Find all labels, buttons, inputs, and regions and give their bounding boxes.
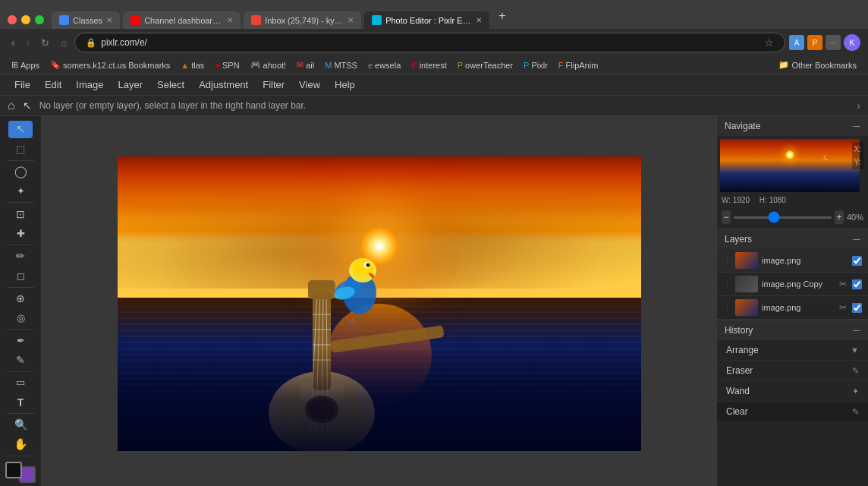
navigate-content: ⛵ X: Y: W: 1920 H: 1080 − + [717,136,868,229]
ext-icon-3[interactable]: ⋯ [826,35,841,50]
layer-name-3: image.png [762,303,834,312]
layer-scissors-2[interactable]: ✂ [838,279,848,289]
zoom-plus-button[interactable]: + [835,210,844,224]
home-button[interactable]: ⌂ [57,35,71,51]
history-icon-arrange: ▼ [851,346,859,355]
menu-edit[interactable]: Edit [38,77,68,93]
tool-eyedropper[interactable]: ✎ [8,352,33,369]
bookmark-ail[interactable]: ✉ ail [291,58,319,71]
tool-heal[interactable]: ✚ [8,225,33,242]
menu-help[interactable]: Help [328,77,362,93]
parrot-svg [322,244,398,327]
menu-view[interactable]: View [292,77,327,93]
bookmark-mtss[interactable]: M MTSS [319,59,363,71]
layer-scissors-3[interactable]: ✂ [838,302,848,313]
zoom-minus-button[interactable]: − [722,210,731,224]
layer-item-2[interactable]: ⋮ image.png Copy ✂ [717,273,868,296]
layer-visible-3[interactable] [852,303,862,313]
layer-thumb-2 [735,276,758,292]
canvas-composite[interactable] [118,156,641,451]
menu-layer[interactable]: Layer [112,77,150,93]
bookmark-other[interactable]: 📁 Other Bookmarks [773,58,862,71]
history-item-wand[interactable]: Wand ✦ [717,381,868,402]
nav-thumbnail[interactable]: ⛵ [720,139,860,192]
navigate-collapse-icon[interactable]: ─ [853,120,860,132]
layer-visible-2[interactable] [852,279,862,289]
menu-select[interactable]: Select [150,77,191,93]
bookmark-apps[interactable]: ⊞ Apps [6,58,45,71]
bookmark-somers[interactable]: 🔖 somers.k12.ct.us Bookmarks [45,58,175,71]
tab-close-pixlr[interactable]: ✕ [476,16,482,24]
refresh-button[interactable]: ↻ [37,35,53,51]
traffic-lights [8,15,44,29]
tool-brush[interactable]: ✏ [8,248,33,265]
tab-pixlr[interactable]: Photo Editor : Pixlr E - free ima... ✕ [364,11,489,29]
tab-inbox[interactable]: Inbox (25,749) - kyle.kipfer@s... ✕ [244,11,361,29]
bookmark-interest[interactable]: P interest [406,59,451,71]
back-button[interactable]: ‹ [8,34,19,51]
tool-dodge[interactable]: ◎ [8,309,33,327]
bookmark-kahoot[interactable]: 🎮 ahoot! [245,58,292,71]
bookmark-spn[interactable]: ● SPN [209,59,244,71]
layer-item-3[interactable]: ⋮ image.png ✂ [717,296,868,320]
layer-thumb-1 [735,252,758,269]
layers-title: Layers [725,234,752,245]
tab-close-youtube[interactable]: ✕ [227,16,233,24]
home-tool-icon[interactable]: ⌂ [8,99,15,112]
close-button[interactable] [8,15,17,24]
layer-name-2: image.png Copy [762,279,834,289]
tool-zoom[interactable]: 🔍 [8,416,33,434]
expand-panel-icon[interactable]: › [857,99,860,112]
tool-eraser[interactable]: ◻ [8,267,33,285]
menu-filter[interactable]: Filter [256,77,291,93]
zoom-percentage: 40% [847,213,863,222]
tool-crop[interactable]: ⊡ [8,205,33,222]
bookmark-flipanim[interactable]: F FlipAnim [553,59,604,71]
tool-move[interactable]: ↖ [8,121,33,138]
tool-pan[interactable]: ✋ [8,436,33,453]
tool-lasso[interactable]: ◯ [8,163,33,181]
history-header: History ─ [717,320,868,340]
layer-item-1[interactable]: ⋮ image.png [717,249,868,273]
bookmark-powerteacher[interactable]: P owerTeacher [452,59,518,71]
navigate-title: Navigate [725,121,760,131]
toolbox: ↖ ⬚ ◯ ✦ ⊡ ✚ ✏ ◻ ⊕ ◎ ✒ ✎ ▭ T 🔍 ✋ [0,116,42,486]
tool-text[interactable]: T [8,393,33,411]
forward-button[interactable]: › [23,34,34,51]
cursor-tool-icon[interactable]: ↖ [23,99,32,112]
tool-pen[interactable]: ✒ [8,332,33,349]
address-text: pixlr.com/e/ [101,37,760,48]
zoom-slider[interactable] [734,216,832,219]
minimize-button[interactable] [21,15,30,24]
bookmark-ewsela[interactable]: e ewsela [363,59,406,71]
profile-avatar[interactable]: K [844,34,860,51]
star-icon[interactable]: ☆ [764,36,774,49]
address-bar[interactable]: 🔒 pixlr.com/e/ ☆ [74,33,785,52]
history-collapse-icon[interactable]: ─ [853,324,860,336]
bookmark-pixlr[interactable]: P Pixlr [518,59,553,71]
layers-collapse-icon[interactable]: ─ [853,233,860,245]
tool-clone[interactable]: ⊕ [8,289,33,307]
history-item-arrange[interactable]: Arrange ▼ [717,340,868,361]
menu-adjustment[interactable]: Adjustment [192,77,255,93]
new-tab-button[interactable]: + [492,6,511,29]
tab-youtube[interactable]: Channel dashboard - YouTube ✕ [123,11,241,29]
tool-marquee[interactable]: ⬚ [8,140,33,158]
color-swatches[interactable] [5,462,36,484]
maximize-button[interactable] [35,15,44,24]
tab-classes[interactable]: Classes ✕ [52,11,120,29]
layer-visible-1[interactable] [852,256,862,266]
menu-image[interactable]: Image [69,77,110,93]
history-item-clear[interactable]: Clear ✎ [717,402,868,421]
ext-icon-1[interactable]: A [789,35,804,50]
tool-magic-wand[interactable]: ✦ [8,182,33,200]
bookmark-tlas[interactable]: ▲ tlas [175,59,209,71]
menu-file[interactable]: File [8,77,37,93]
foreground-color-swatch[interactable] [5,462,22,478]
history-item-eraser[interactable]: Eraser ✎ [717,361,868,381]
tab-close-classes[interactable]: ✕ [106,16,112,24]
ext-icon-2[interactable]: P [807,35,822,50]
right-panel: Navigate ─ ⛵ X: Y: [716,116,868,486]
tab-close-inbox[interactable]: ✕ [348,16,354,24]
tool-shape[interactable]: ▭ [8,374,33,391]
